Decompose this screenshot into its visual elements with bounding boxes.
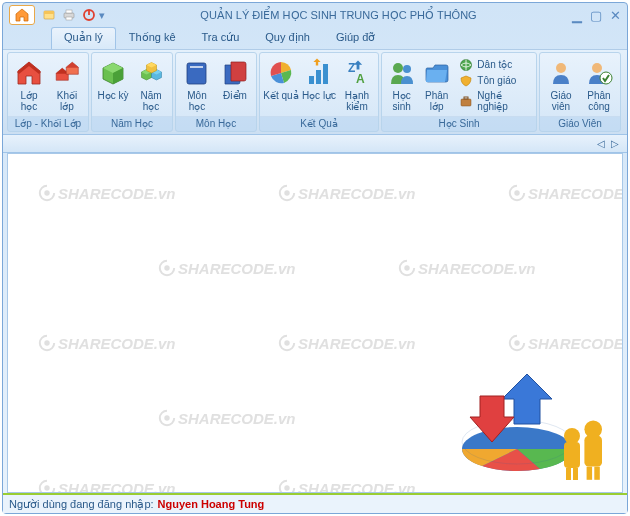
giao-vien-button[interactable]: Giáo viên (543, 55, 579, 114)
folder-icon (421, 57, 453, 89)
group-label: Năm Học (92, 116, 172, 131)
nghe-nghiep-button[interactable]: Nghề nghiệp (459, 90, 529, 112)
svg-point-19 (556, 63, 566, 73)
qat-open-icon[interactable] (41, 7, 57, 23)
book-blue-icon (181, 57, 213, 89)
pie-icon (265, 57, 297, 89)
content-area: SHARECODE.vn SHARECODE.vn SHARECODE.vn S… (7, 153, 623, 493)
watermark: SHARECODE.vn (38, 334, 176, 352)
svg-rect-37 (566, 468, 571, 480)
nam-hoc-button[interactable]: Năm học (133, 55, 169, 114)
ribbon-tabs: Quản lý Thống kê Tra cứu Quy định Giúp đ… (3, 27, 627, 49)
ton-giao-button[interactable]: Tôn giáo (459, 74, 529, 88)
person-icon (545, 57, 577, 89)
cube-icon (97, 57, 129, 89)
mdi-tabstrip: ◁ ▷ (3, 135, 627, 153)
svg-point-27 (44, 340, 49, 345)
svg-rect-8 (309, 76, 314, 84)
svg-rect-41 (587, 467, 593, 480)
svg-rect-36 (564, 442, 580, 468)
shield-icon (459, 74, 473, 88)
diem-button[interactable]: Điểm (217, 55, 253, 114)
qat-power-icon[interactable] (81, 7, 97, 23)
ket-qua-button[interactable]: Kết quả (263, 55, 299, 114)
hocsinh-small-list: Dân tộc Tôn giáo Nghề nghiệp (455, 55, 533, 114)
group-nam-hoc: Học kỳ Năm học Năm Học (91, 52, 173, 132)
watermark: SHARECODE.vn (508, 334, 623, 352)
svg-rect-7 (190, 66, 203, 68)
svg-rect-3 (66, 10, 72, 13)
group-giao-vien: Giáo viên Phân công Giáo Viên (539, 52, 621, 132)
svg-rect-1 (44, 11, 54, 14)
svg-text:A: A (356, 72, 365, 86)
svg-point-32 (284, 485, 289, 490)
svg-point-35 (564, 428, 580, 444)
hoc-luc-button[interactable]: Học lực (301, 55, 337, 114)
lop-hoc-button[interactable]: Lớp học (11, 55, 47, 114)
watermark: SHARECODE.vn (278, 479, 416, 493)
phan-lop-button[interactable]: Phân lớp (420, 55, 453, 114)
tab-thong-ke[interactable]: Thống kê (116, 27, 189, 49)
window-title: QUẢN LÝ ĐIỂM HỌC SINH TRUNG HỌC PHỔ THÔN… (105, 9, 572, 22)
houses-icon (51, 57, 83, 89)
app-menu-button[interactable] (9, 5, 35, 25)
scroll-right-icon[interactable]: ▷ (611, 138, 619, 149)
briefcase-icon (459, 94, 473, 108)
group-label: Giáo Viên (540, 116, 620, 131)
svg-rect-10 (323, 64, 328, 84)
mon-hoc-button[interactable]: Môn học (179, 55, 215, 114)
tab-quy-dinh[interactable]: Quy định (252, 27, 323, 49)
ribbon: Lớp học Khối lớp Lớp - Khối Lớp Học kỳ N… (3, 49, 627, 135)
minimize-button[interactable]: ▁ (572, 8, 582, 23)
tab-tra-cuu[interactable]: Tra cứu (189, 27, 253, 49)
khoi-lop-button[interactable]: Khối lớp (49, 55, 85, 114)
svg-point-30 (164, 415, 169, 420)
svg-point-28 (284, 340, 289, 345)
status-username: Nguyen Hoang Tung (158, 498, 265, 510)
dan-toc-button[interactable]: Dân tộc (459, 58, 529, 72)
close-button[interactable]: ✕ (610, 8, 621, 23)
svg-point-14 (403, 65, 411, 73)
svg-point-26 (404, 265, 409, 270)
group-label: Môn Học (176, 116, 256, 131)
statusbar: Người dùng đang đăng nhập: Nguyen Hoang … (3, 493, 627, 513)
person-check-icon (583, 57, 615, 89)
app-window: ▾ QUẢN LÝ ĐIỂM HỌC SINH TRUNG HỌC PHỔ TH… (2, 2, 628, 514)
hoc-ky-button[interactable]: Học kỳ (95, 55, 131, 114)
tab-quan-ly[interactable]: Quản lý (51, 27, 116, 49)
watermark: SHARECODE.vn (398, 259, 536, 277)
group-label: Kết Quả (260, 116, 378, 131)
svg-rect-4 (66, 17, 72, 20)
scroll-left-icon[interactable]: ◁ (597, 138, 605, 149)
qat-print-icon[interactable] (61, 7, 77, 23)
svg-point-24 (514, 190, 519, 195)
window-controls: ▁ ▢ ✕ (572, 8, 621, 23)
svg-point-31 (44, 485, 49, 490)
group-label: Lớp - Khối Lớp (8, 116, 88, 131)
svg-point-23 (284, 190, 289, 195)
hanh-kiem-button[interactable]: ZA Hạnh kiểm (339, 55, 375, 114)
hoc-sinh-button[interactable]: Học sinh (385, 55, 418, 114)
svg-point-39 (584, 420, 602, 438)
svg-rect-17 (461, 99, 471, 106)
home-icon (14, 7, 30, 23)
svg-point-13 (393, 63, 403, 73)
house-icon (13, 57, 45, 89)
maximize-button[interactable]: ▢ (590, 8, 602, 23)
svg-point-29 (514, 340, 519, 345)
tab-giup-do[interactable]: Giúp đỡ (323, 27, 388, 49)
group-label: Học Sinh (382, 116, 536, 131)
watermark: SHARECODE.vn (278, 184, 416, 202)
watermark: SHARECODE.vn (508, 184, 623, 202)
phan-cong-button[interactable]: Phân công (581, 55, 617, 114)
group-lop-khoi-lop: Lớp học Khối lớp Lớp - Khối Lớp (7, 52, 89, 132)
svg-rect-42 (594, 467, 600, 480)
watermark: SHARECODE.vn (38, 479, 176, 493)
group-hoc-sinh: Học sinh Phân lớp Dân tộc Tôn giáo (381, 52, 537, 132)
svg-point-22 (44, 190, 49, 195)
svg-rect-38 (573, 468, 578, 480)
svg-point-20 (592, 63, 602, 73)
cubes-icon (135, 57, 167, 89)
globe-icon (459, 58, 473, 72)
svg-rect-18 (464, 97, 468, 99)
